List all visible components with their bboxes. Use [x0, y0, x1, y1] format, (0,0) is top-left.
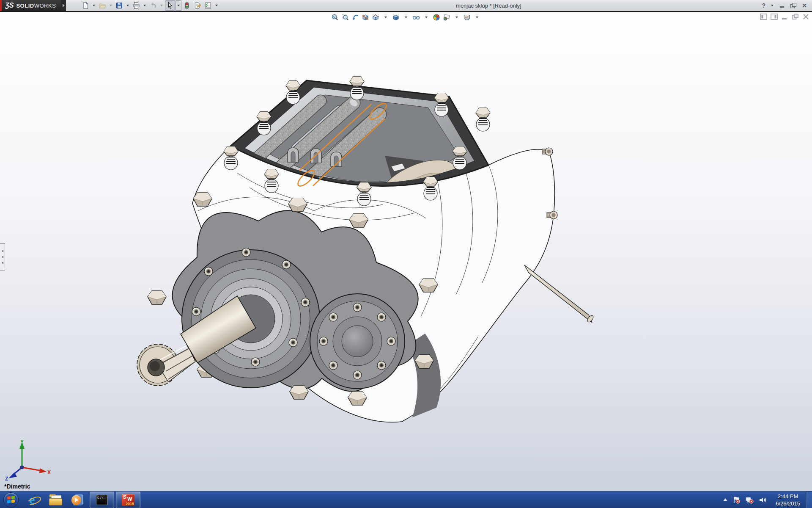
- section-view-button[interactable]: [361, 13, 370, 22]
- window-title: menjac sklop * [Read-only]: [219, 3, 757, 9]
- featuremanager-collapsed-tab[interactable]: [0, 243, 5, 271]
- zoom-to-fit-button[interactable]: [330, 13, 340, 22]
- select-button[interactable]: [165, 0, 175, 11]
- solidworks-2015-icon: S W 2015: [122, 494, 134, 506]
- oil-plug-upper[interactable]: [542, 148, 553, 155]
- chevron-left-icon: [2, 256, 3, 258]
- chevron-down-icon: [455, 17, 458, 18]
- zoom-to-fit-icon: [331, 14, 339, 21]
- chevron-down-icon: [143, 5, 146, 6]
- display-style-dropdown[interactable]: [401, 13, 411, 22]
- undo-button[interactable]: [148, 0, 158, 11]
- apply-scene-icon: [443, 14, 450, 21]
- x-axis-arrow: [39, 468, 47, 473]
- view-settings-button[interactable]: [462, 13, 472, 22]
- solidworks-logo: ƷS SOLIDWORKS: [2, 0, 61, 11]
- taskbar-windows-explorer[interactable]: [45, 491, 67, 508]
- undo-dropdown[interactable]: [159, 0, 165, 11]
- view-settings-dropdown[interactable]: [472, 13, 482, 22]
- rebuild-button[interactable]: [182, 0, 192, 11]
- restore-document-button[interactable]: [792, 14, 799, 20]
- file-properties-icon: [194, 2, 201, 9]
- view-orientation-dropdown[interactable]: [381, 13, 390, 22]
- action-center-icon[interactable]: [732, 496, 740, 504]
- view-orientation-icon: [372, 14, 379, 21]
- document-window-controls: [760, 14, 809, 20]
- hide-show-items-button[interactable]: [411, 13, 421, 22]
- print-icon: [132, 2, 140, 9]
- open-folder-icon: [99, 2, 106, 9]
- taskbar-internet-explorer[interactable]: e: [23, 491, 45, 508]
- solidworks-brand: SOLIDWORKS: [16, 3, 56, 9]
- edit-appearance-button[interactable]: [432, 13, 441, 22]
- taskbar-solidworks[interactable]: S W 2015: [116, 491, 140, 508]
- display-style-button[interactable]: [391, 13, 401, 22]
- file-properties-button[interactable]: [192, 0, 203, 11]
- command-prompt-icon: C:\_: [96, 495, 108, 505]
- folder-icon: [49, 494, 63, 505]
- close-button[interactable]: ✕: [801, 3, 808, 8]
- media-player-icon: [71, 494, 84, 506]
- apply-scene-dropdown[interactable]: [452, 13, 461, 22]
- menu-flyout-arrow[interactable]: [61, 0, 66, 11]
- taskbar-clock[interactable]: 2:44 PM 6/26/2015: [776, 493, 800, 507]
- new-dropdown[interactable]: [91, 0, 97, 11]
- options-button[interactable]: [203, 0, 213, 11]
- restore-button[interactable]: [790, 3, 797, 8]
- selection-origin-marker: +: [318, 174, 321, 181]
- chevron-down-icon: [384, 17, 387, 18]
- select-dropdown[interactable]: [176, 0, 181, 11]
- shift-fork-lug[interactable]: [288, 148, 299, 162]
- taskbar-media-player[interactable]: [67, 491, 89, 508]
- view-orientation-button[interactable]: [371, 13, 380, 22]
- input-shaft-hub[interactable]: [137, 248, 320, 388]
- help-button[interactable]: ?: [762, 2, 765, 9]
- chevron-left-icon: [2, 250, 3, 252]
- open-button[interactable]: [97, 0, 107, 11]
- apply-scene-button[interactable]: [442, 13, 451, 22]
- solidworks-logo-icon: ƷS: [5, 2, 14, 9]
- shift-lever-rod[interactable]: [524, 265, 594, 323]
- print-button[interactable]: [131, 0, 141, 11]
- options-dropdown[interactable]: [214, 0, 219, 11]
- standard-toolbar: [66, 0, 219, 11]
- display-pane-button[interactable]: [771, 14, 778, 20]
- help-dropdown[interactable]: [771, 5, 774, 6]
- clock-date: 6/26/2015: [776, 500, 800, 507]
- save-dropdown[interactable]: [125, 0, 131, 11]
- featuremanager-pane-button[interactable]: [760, 14, 767, 20]
- select-cursor-icon: [166, 2, 174, 9]
- show-desktop-button[interactable]: [806, 491, 812, 508]
- new-document-icon: [82, 2, 89, 9]
- chevron-down-icon: [476, 17, 478, 18]
- save-button[interactable]: [114, 0, 124, 11]
- start-button[interactable]: [3, 492, 19, 508]
- minimize-button[interactable]: [779, 3, 786, 8]
- reference-triad[interactable]: Y X Z: [3, 439, 53, 481]
- open-dropdown[interactable]: [108, 0, 114, 11]
- network-status-icon[interactable]: [745, 496, 754, 504]
- windows-taskbar: e C:\_ S W 2015: [0, 491, 812, 508]
- print-dropdown[interactable]: [142, 0, 148, 11]
- headsup-view-toolbar: [330, 13, 482, 22]
- volume-icon[interactable]: [759, 496, 767, 504]
- chevron-down-icon: [215, 5, 218, 6]
- chevron-down-icon: [110, 5, 112, 6]
- taskbar-command-prompt[interactable]: C:\_: [90, 491, 114, 508]
- minimize-document-button[interactable]: [781, 14, 788, 20]
- show-hidden-icons-button[interactable]: [723, 498, 727, 501]
- chevron-down-icon: [126, 5, 129, 6]
- graphics-viewport[interactable]: +: [0, 12, 812, 491]
- hide-show-items-dropdown[interactable]: [422, 13, 431, 22]
- internet-explorer-icon: e: [27, 494, 41, 506]
- new-button[interactable]: [80, 0, 91, 11]
- flyout-arrow-icon: [63, 4, 65, 7]
- title-bar: ƷS SOLIDWORKS: [0, 0, 812, 12]
- close-document-button[interactable]: [802, 14, 809, 20]
- oil-plug-lower[interactable]: [547, 211, 557, 219]
- bearing-cover[interactable]: [310, 294, 405, 389]
- zoom-to-area-button[interactable]: [340, 13, 350, 22]
- chevron-down-icon: [93, 5, 95, 6]
- previous-view-button[interactable]: [351, 13, 360, 22]
- gearbox-model[interactable]: +: [0, 12, 812, 491]
